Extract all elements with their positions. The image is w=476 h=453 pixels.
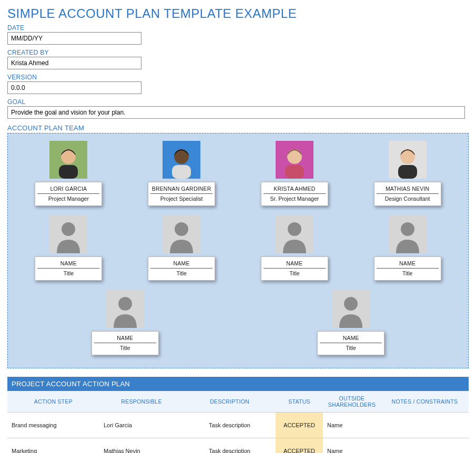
- avatar: [163, 141, 200, 179]
- team-member: NAMETitle: [83, 290, 167, 355]
- table-row: Brand messagingLori GarciaTask descripti…: [7, 413, 469, 438]
- avatar: [106, 290, 144, 328]
- member-card: MATHIAS NEVINDesign Consultant: [374, 182, 441, 206]
- member-card: NAMETitle: [35, 256, 102, 281]
- member-title: Title: [320, 345, 382, 351]
- field-created-by: CREATED BY: [7, 49, 469, 69]
- avatar: [389, 141, 427, 179]
- col-action: ACTION STEP: [7, 391, 99, 413]
- avatar: [49, 141, 87, 179]
- col-description: DESCRIPTION: [184, 391, 276, 413]
- member-name: MATHIAS NEVIN: [377, 186, 439, 194]
- svg-rect-0: [59, 165, 78, 179]
- member-title: Project Specialist: [150, 195, 212, 202]
- col-shareholders: OUTSIDE SHAREHOLDERS: [323, 391, 381, 413]
- cell-responsible[interactable]: Mathias Nevin: [99, 438, 184, 454]
- member-card: NAMETitle: [148, 256, 215, 281]
- cell-shareholders[interactable]: Name: [323, 413, 381, 438]
- svg-point-12: [118, 297, 132, 311]
- cell-status[interactable]: ACCEPTED: [276, 413, 323, 438]
- member-name: BRENNAN GARDINER: [150, 186, 212, 194]
- field-date: DATE: [7, 24, 469, 45]
- member-name: NAME: [320, 335, 382, 343]
- svg-point-13: [344, 297, 358, 311]
- cell-description[interactable]: Task description: [184, 413, 276, 438]
- member-card: NAMETitle: [92, 331, 159, 355]
- svg-point-8: [62, 222, 75, 236]
- plan-table: ACTION STEP RESPONSIBLE DESCRIPTION STAT…: [7, 391, 469, 453]
- svg-point-3: [174, 149, 189, 164]
- member-name: NAME: [377, 260, 439, 269]
- col-status: STATUS: [276, 391, 323, 413]
- member-name: NAME: [94, 335, 156, 343]
- member-card: NAMETitle: [261, 256, 328, 281]
- svg-point-1: [61, 149, 76, 164]
- member-name: NAME: [37, 260, 99, 269]
- field-goal: GOAL: [7, 98, 469, 119]
- team-member: MATHIAS NEVINDesign Consultant: [366, 141, 450, 206]
- avatar: [332, 290, 370, 328]
- label-date: DATE: [7, 24, 469, 32]
- input-date[interactable]: [7, 32, 141, 45]
- avatar: [49, 215, 87, 253]
- member-title: Title: [150, 270, 212, 276]
- cell-action[interactable]: Brand messaging: [7, 413, 99, 438]
- member-card: BRENNAN GARDINERProject Specialist: [148, 182, 215, 206]
- input-created-by[interactable]: [7, 57, 141, 69]
- label-version: VERSION: [7, 74, 469, 81]
- field-version: VERSION: [7, 74, 469, 94]
- member-card: LORI GARCIAProject Manager: [35, 182, 102, 206]
- avatar: [163, 215, 200, 253]
- col-responsible: RESPONSIBLE: [99, 391, 184, 413]
- svg-rect-4: [285, 165, 304, 179]
- plan-header-row: ACTION STEP RESPONSIBLE DESCRIPTION STAT…: [7, 391, 469, 413]
- svg-point-9: [175, 222, 188, 236]
- col-notes: NOTES / CONSTRAINTS: [381, 391, 469, 413]
- cell-notes[interactable]: [381, 438, 469, 454]
- svg-point-5: [287, 149, 302, 164]
- input-version[interactable]: [7, 81, 141, 94]
- member-title: Title: [264, 270, 326, 276]
- team-member: BRENNAN GARDINERProject Specialist: [139, 141, 224, 206]
- member-name: NAME: [264, 260, 326, 269]
- member-title: Title: [37, 270, 99, 276]
- team-heading: ACCOUNT PLAN TEAM: [7, 124, 469, 132]
- label-goal: GOAL: [7, 98, 469, 106]
- team-member: NAMETitle: [252, 215, 337, 281]
- member-card: NAMETitle: [317, 331, 384, 355]
- page-title: SIMPLE ACCOUNT PLAN TEMPLATE EXAMPLE: [7, 6, 469, 21]
- cell-description[interactable]: Task description: [184, 438, 276, 454]
- input-goal[interactable]: [7, 106, 465, 119]
- avatar: [276, 141, 313, 179]
- table-row: MarketingMathias NevinTask descriptionAC…: [7, 438, 469, 454]
- member-name: LORI GARCIA: [37, 186, 99, 194]
- team-member: KRISTA AHMEDSr. Project Manager: [252, 141, 337, 206]
- cell-action[interactable]: Marketing: [7, 438, 99, 454]
- team-member: NAMETitle: [366, 215, 450, 281]
- label-created-by: CREATED BY: [7, 49, 469, 56]
- team-member: NAMETitle: [26, 215, 110, 281]
- cell-notes[interactable]: [381, 413, 469, 438]
- member-title: Design Consultant: [377, 195, 439, 202]
- team-member: NAMETitle: [309, 290, 393, 355]
- member-name: NAME: [150, 260, 212, 269]
- member-title: Project Manager: [37, 195, 99, 202]
- team-member: LORI GARCIAProject Manager: [26, 141, 110, 206]
- plan-heading: PROJECT ACCOUNT ACTION PLAN: [7, 377, 469, 391]
- svg-rect-6: [398, 165, 417, 179]
- team-member: NAMETitle: [139, 215, 224, 281]
- member-card: KRISTA AHMEDSr. Project Manager: [261, 182, 328, 206]
- cell-status[interactable]: ACCEPTED: [276, 438, 323, 454]
- team-panel: LORI GARCIAProject ManagerBRENNAN GARDIN…: [7, 133, 469, 368]
- cell-responsible[interactable]: Lori Garcia: [99, 413, 184, 438]
- cell-shareholders[interactable]: Name: [323, 438, 381, 454]
- member-title: Title: [377, 270, 439, 276]
- member-card: NAMETitle: [374, 256, 441, 281]
- svg-point-7: [400, 149, 415, 164]
- svg-point-10: [288, 222, 301, 236]
- svg-point-11: [401, 222, 414, 236]
- member-name: KRISTA AHMED: [264, 186, 326, 194]
- avatar: [276, 215, 313, 253]
- avatar: [389, 215, 427, 253]
- member-title: Sr. Project Manager: [264, 195, 326, 202]
